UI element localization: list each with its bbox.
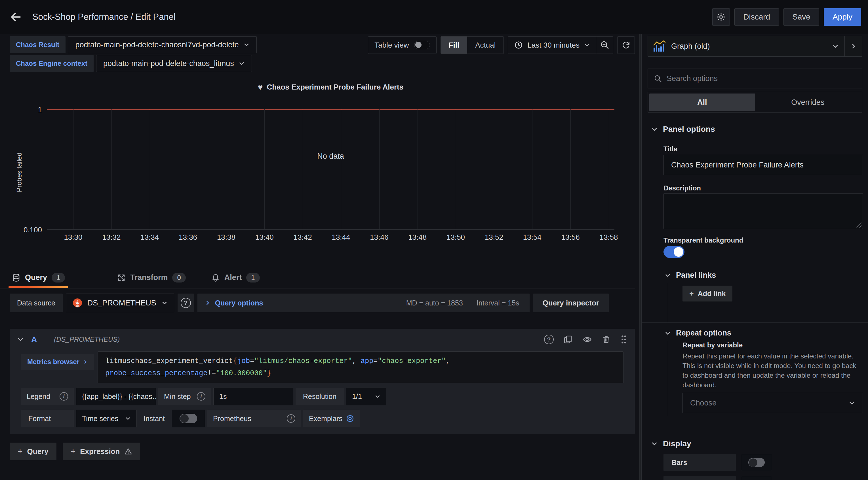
min-step-label: Min step i bbox=[158, 388, 211, 405]
query-row-card: A (DS_PROMETHEUS) ? Metrics browser litm bbox=[10, 329, 635, 434]
repeat-options-header[interactable]: Repeat options bbox=[664, 329, 731, 338]
trash-icon[interactable] bbox=[602, 335, 611, 344]
variable-select-chaos-engine[interactable]: podtato-main-pod-delete-chaos_litmus bbox=[96, 55, 252, 72]
variable-label-chaos-engine: Chaos Engine context bbox=[10, 55, 94, 72]
options-filter-tabs: All Overrides bbox=[648, 92, 862, 113]
discard-button[interactable]: Discard bbox=[734, 8, 779, 26]
query-row-header[interactable]: A (DS_PROMETHEUS) ? bbox=[10, 329, 635, 350]
x-tick-label: 13:44 bbox=[321, 233, 361, 242]
transparent-bg-toggle[interactable] bbox=[663, 246, 684, 258]
tab-alert[interactable]: Alert 1 bbox=[208, 267, 263, 288]
fill-option[interactable]: Fill bbox=[441, 37, 467, 54]
resolution-select[interactable]: 1/1 bbox=[346, 388, 386, 405]
copy-icon[interactable] bbox=[563, 335, 572, 344]
info-circle-icon: i bbox=[60, 392, 68, 401]
panel-description-textarea[interactable] bbox=[663, 193, 863, 229]
page-title: Sock-Shop Performance / Edit Panel bbox=[32, 12, 176, 22]
eye-icon[interactable] bbox=[582, 335, 592, 344]
datasource-picker[interactable]: DS_PROMETHEUS bbox=[66, 294, 174, 312]
view-toolbar: Table view Fill Actual Last 30 minutes bbox=[368, 36, 635, 54]
transform-icon bbox=[117, 273, 126, 282]
pane-resize-handle[interactable] bbox=[639, 34, 642, 480]
header-bar: Sock-Shop Performance / Edit Panel Disca… bbox=[0, 0, 868, 34]
chevron-right-icon bbox=[205, 300, 211, 306]
query-help-icon[interactable]: ? bbox=[544, 335, 554, 344]
datasource-help-button[interactable]: ? bbox=[178, 294, 194, 312]
panel-settings-button[interactable] bbox=[712, 8, 730, 26]
x-tick-label: 13:30 bbox=[53, 233, 93, 242]
datasource-label: Data source bbox=[10, 294, 63, 312]
format-select[interactable]: Time series bbox=[76, 410, 137, 427]
variable-select-chaos-result[interactable]: podtato-main-pod-delete-chaosnl7vd-pod-d… bbox=[68, 36, 256, 53]
instant-toggle-box bbox=[172, 410, 205, 427]
options-search[interactable] bbox=[648, 69, 862, 89]
actual-option[interactable]: Actual bbox=[467, 37, 503, 54]
tab-query-count: 1 bbox=[52, 273, 65, 282]
chevron-down-icon bbox=[161, 300, 168, 306]
add-link-button[interactable]: + Add link bbox=[682, 286, 733, 302]
query-options-bar: Query options MD = auto = 1853 Interval … bbox=[197, 294, 530, 312]
back-button[interactable] bbox=[7, 8, 25, 26]
repeat-description: Repeat this panel for each value in the … bbox=[682, 351, 862, 390]
gridline bbox=[226, 109, 226, 229]
resize-handle-icon[interactable] bbox=[856, 222, 862, 228]
add-query-button[interactable]: + Query bbox=[10, 443, 57, 460]
instant-toggle[interactable] bbox=[180, 414, 197, 423]
heart-icon: ♥ bbox=[258, 83, 263, 92]
clipped-toggle-box bbox=[741, 476, 772, 480]
chevron-down-icon bbox=[243, 42, 250, 48]
zoom-out-button[interactable] bbox=[596, 37, 613, 54]
description-field-label: Description bbox=[663, 184, 701, 192]
chart-plot-area[interactable]: No data bbox=[47, 109, 614, 230]
max-datapoints-info: MD = auto = 1853 bbox=[406, 299, 463, 307]
chevron-down-icon bbox=[584, 42, 590, 48]
time-range-group: Last 30 minutes bbox=[508, 36, 613, 54]
options-pane: Graph (old) All Overrides Panel options … bbox=[642, 34, 868, 480]
query-options-toggle[interactable]: Query options bbox=[205, 299, 263, 307]
exemplars-icon[interactable] bbox=[346, 414, 354, 423]
visualization-picker[interactable]: Graph (old) bbox=[648, 36, 862, 57]
metrics-browser-button[interactable]: Metrics browser bbox=[21, 354, 94, 370]
query-inspector-button[interactable]: Query inspector bbox=[533, 294, 609, 312]
options-search-input[interactable] bbox=[666, 74, 856, 83]
gear-icon bbox=[716, 12, 726, 22]
promql-editor[interactable]: litmuschaos_experiment_verdict{job="litm… bbox=[98, 351, 623, 383]
filter-tab-overrides[interactable]: Overrides bbox=[755, 94, 861, 111]
table-view-toggle[interactable] bbox=[414, 41, 430, 49]
bars-toggle[interactable] bbox=[748, 458, 765, 467]
instant-label: Instant bbox=[139, 410, 169, 427]
resolution-label: Resolution bbox=[296, 388, 344, 405]
drag-handle-icon[interactable] bbox=[620, 335, 627, 344]
min-step-input[interactable]: 1s bbox=[213, 388, 293, 405]
panel-options-header[interactable]: Panel options bbox=[651, 125, 715, 134]
panel-links-header[interactable]: Panel links bbox=[664, 271, 716, 280]
filter-tab-all[interactable]: All bbox=[649, 94, 755, 111]
legend-input[interactable]: {{app_label}} - {{chaos… bbox=[76, 388, 156, 405]
visualization-name: Graph (old) bbox=[671, 42, 710, 51]
display-section-header[interactable]: Display bbox=[651, 439, 691, 448]
add-expression-button[interactable]: + Expression bbox=[63, 443, 141, 460]
apply-button[interactable]: Apply bbox=[824, 8, 861, 26]
refresh-button[interactable] bbox=[617, 36, 635, 54]
chevron-down-icon bbox=[375, 393, 380, 399]
refresh-icon bbox=[621, 40, 630, 49]
repeat-variable-select[interactable]: Choose bbox=[682, 393, 863, 413]
tab-query[interactable]: Query 1 bbox=[8, 267, 68, 288]
legend-label: Legend i bbox=[21, 388, 74, 405]
visualization-expand-button[interactable] bbox=[844, 36, 862, 57]
y-tick-1: 1 bbox=[8, 105, 42, 114]
gridline bbox=[456, 109, 456, 229]
tab-transform[interactable]: Transform 0 bbox=[114, 267, 189, 288]
time-range-picker[interactable]: Last 30 minutes bbox=[508, 37, 596, 54]
main-pane: Chaos Result podtato-main-pod-delete-cha… bbox=[0, 34, 640, 480]
panel-title-input[interactable]: Chaos Experiment Probe Failure Alerts bbox=[663, 155, 863, 175]
save-button[interactable]: Save bbox=[783, 8, 819, 26]
bell-icon bbox=[211, 273, 220, 282]
prometheus-type-label: Prometheus i bbox=[207, 410, 301, 427]
query-options-row-1: Legend i {{app_label}} - {{chaos… Min st… bbox=[21, 388, 623, 405]
graph-viz-icon bbox=[653, 40, 666, 52]
x-tick-label: 13:36 bbox=[168, 233, 208, 242]
tab-alert-count: 1 bbox=[246, 273, 259, 282]
collapse-chevron-icon[interactable] bbox=[17, 336, 24, 343]
query-ref-id: A bbox=[31, 335, 37, 344]
